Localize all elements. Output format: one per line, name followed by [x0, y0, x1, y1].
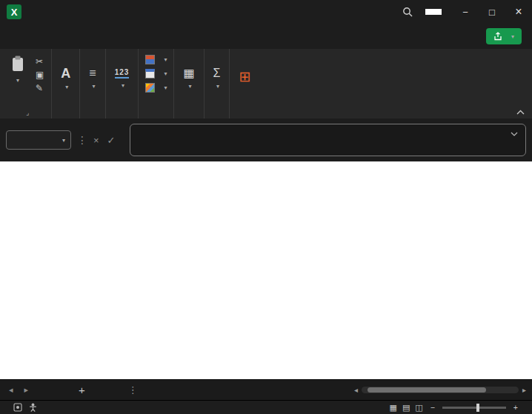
zoom-in-button[interactable]: +: [513, 403, 518, 412]
number-icon: 123: [115, 69, 130, 79]
search-icon[interactable]: [397, 7, 418, 17]
formula-input[interactable]: [130, 124, 527, 156]
close-button[interactable]: ×: [505, 0, 532, 24]
sheet-nav-left-icon[interactable]: ◂: [9, 385, 13, 395]
ribbon-group-number: 123 ▾: [105, 49, 139, 118]
add-ins-button[interactable]: ⊞: [233, 52, 256, 105]
editing-menu-button[interactable]: Σ ▾: [208, 52, 226, 105]
horizontal-scrollbar[interactable]: ◂ ▸: [354, 386, 532, 394]
conditional-formatting-button[interactable]: ▾: [142, 53, 170, 66]
alignment-menu-button[interactable]: ≡ ▾: [84, 52, 101, 105]
alignment-icon: ≡: [89, 67, 96, 79]
scrollbar-thumb[interactable]: [368, 387, 486, 393]
formula-bar: ▾ ⋮ × ✓: [0, 118, 532, 161]
sheet-options-icon[interactable]: ⋮: [128, 384, 138, 395]
maximize-button[interactable]: □: [479, 0, 505, 24]
cell-styles-icon: [145, 83, 155, 93]
ribbon-group-alignment: ≡ ▾: [79, 49, 104, 118]
title-bar: X − □ ×: [0, 0, 532, 24]
accessibility-person-icon: [29, 403, 37, 412]
font-icon: A: [61, 67, 70, 80]
chevron-down-icon: ▾: [93, 83, 96, 90]
zoom-slider-thumb[interactable]: [476, 404, 479, 412]
menu-bar: ▾: [0, 24, 532, 49]
page-break-view-icon[interactable]: ◫: [415, 403, 422, 413]
chevron-down-icon: ▾: [164, 84, 167, 91]
macro-record-icon[interactable]: [13, 403, 22, 412]
chevron-down-icon: ▾: [62, 137, 65, 144]
zoom-slider[interactable]: [442, 407, 506, 409]
expand-formula-bar-icon[interactable]: [511, 132, 518, 136]
enter-check-icon[interactable]: ✓: [107, 135, 116, 146]
chevron-down-icon: ▾: [188, 83, 191, 90]
cells-icon: ▦: [183, 67, 194, 79]
page-layout-view-icon[interactable]: ▤: [402, 403, 410, 413]
scrollbar-track[interactable]: [362, 387, 519, 393]
cancel-icon[interactable]: ×: [93, 135, 99, 146]
scroll-right-icon[interactable]: ▸: [522, 386, 526, 394]
chevron-down-icon: ▾: [65, 84, 68, 90]
paste-icon: [10, 56, 25, 73]
share-icon: [493, 32, 502, 41]
cells-menu-button[interactable]: ▦ ▾: [178, 52, 199, 105]
minimize-button[interactable]: −: [452, 0, 479, 24]
sign-in-button[interactable]: [425, 9, 442, 15]
name-box[interactable]: ▾: [6, 130, 71, 150]
editing-icon: Σ: [213, 67, 221, 79]
chevron-down-icon: ▾: [216, 83, 219, 90]
chevron-down-icon: ▾: [164, 56, 167, 63]
conditional-formatting-icon: [145, 55, 155, 64]
format-painter-icon[interactable]: ✎: [36, 83, 44, 93]
number-menu-button[interactable]: 123 ▾: [110, 52, 135, 105]
add-ins-icon: ⊞: [239, 70, 250, 84]
sheet-tab-bar: ◂ ▸ + ⋮ ◂ ▸: [0, 379, 532, 400]
zoom-out-button[interactable]: −: [430, 403, 435, 412]
status-bar: ▦ ▤ ◫ − +: [0, 400, 532, 414]
ribbon: ▾ ✂ ▣ ✎ ⌟ A ▾ ≡ ▾ 123 ▾: [0, 49, 532, 118]
copy-icon[interactable]: ▣: [36, 70, 44, 80]
chevron-down-icon: ▾: [122, 82, 124, 89]
titlebar-right: − □ ×: [397, 0, 532, 24]
excel-logo-icon[interactable]: X: [7, 4, 21, 19]
scroll-left-icon[interactable]: ◂: [354, 386, 358, 394]
ribbon-group-cells: ▦ ▾: [173, 49, 203, 118]
format-as-table-icon: [145, 69, 155, 79]
font-menu-button[interactable]: A ▾: [56, 52, 76, 105]
sheet-nav-right-icon[interactable]: ▸: [24, 385, 29, 395]
chevron-down-icon: ▾: [511, 33, 514, 40]
cut-icon[interactable]: ✂: [36, 56, 44, 67]
ribbon-group-styles: ▾ ▾ ▾: [138, 49, 173, 118]
dialog-launcher-icon[interactable]: ⌟: [26, 109, 29, 116]
normal-view-icon[interactable]: ▦: [390, 403, 397, 413]
format-as-table-button[interactable]: ▾: [142, 67, 170, 80]
add-sheet-button[interactable]: +: [79, 384, 85, 396]
collapse-ribbon-icon[interactable]: [516, 110, 525, 115]
chevron-down-icon: ▾: [164, 70, 167, 77]
cell-styles-button[interactable]: ▾: [142, 81, 170, 94]
accessibility-status[interactable]: [29, 403, 40, 412]
share-button[interactable]: ▾: [486, 28, 522, 44]
ribbon-group-addins: ⊞: [229, 49, 259, 118]
ribbon-group-editing: Σ ▾: [204, 49, 230, 118]
grid: [0, 161, 532, 379]
chevron-down-icon: ▾: [16, 77, 19, 84]
paste-button[interactable]: ▾: [4, 52, 32, 93]
ribbon-group-clipboard: ▾ ✂ ▣ ✎ ⌟: [0, 49, 51, 118]
grip-dots-icon: ⋮: [77, 134, 87, 146]
ribbon-group-font: A ▾: [51, 49, 79, 118]
